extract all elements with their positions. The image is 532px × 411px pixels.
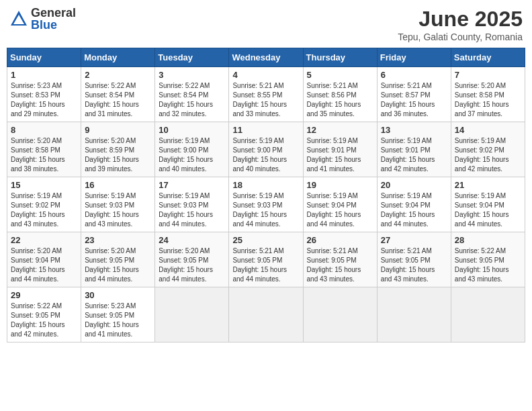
day-cell-21: 21 Sunrise: 5:19 AMSunset: 9:04 PMDaylig… xyxy=(451,177,525,232)
calendar-title: June 2025 xyxy=(398,7,523,32)
empty-cell xyxy=(303,287,377,342)
day-info: Sunrise: 5:20 AMSunset: 8:59 PMDaylight:… xyxy=(85,137,139,173)
day-cell-18: 18 Sunrise: 5:19 AMSunset: 9:03 PMDaylig… xyxy=(229,177,303,232)
week-row-1: 1 Sunrise: 5:23 AMSunset: 8:53 PMDayligh… xyxy=(7,67,525,122)
week-row-4: 22 Sunrise: 5:20 AMSunset: 9:04 PMDaylig… xyxy=(7,232,525,287)
day-number: 28 xyxy=(455,235,521,245)
day-number: 21 xyxy=(455,180,521,190)
day-number: 7 xyxy=(455,70,521,80)
day-number: 23 xyxy=(85,235,151,245)
day-number: 6 xyxy=(381,70,447,80)
day-cell-9: 9 Sunrise: 5:20 AMSunset: 8:59 PMDayligh… xyxy=(81,122,155,177)
day-number: 27 xyxy=(381,235,447,245)
day-info: Sunrise: 5:19 AMSunset: 9:02 PMDaylight:… xyxy=(11,192,65,228)
day-info: Sunrise: 5:21 AMSunset: 9:05 PMDaylight:… xyxy=(232,247,287,283)
calendar-subtitle: Tepu, Galati County, Romania xyxy=(398,32,523,42)
day-cell-27: 27 Sunrise: 5:21 AMSunset: 9:05 PMDaylig… xyxy=(377,232,451,287)
day-number: 26 xyxy=(307,235,373,245)
day-cell-2: 2 Sunrise: 5:22 AMSunset: 8:54 PMDayligh… xyxy=(81,67,155,122)
calendar-table: Sunday Monday Tuesday Wednesday Thursday… xyxy=(7,48,525,342)
day-info: Sunrise: 5:20 AMSunset: 8:58 PMDaylight:… xyxy=(455,82,509,118)
day-cell-26: 26 Sunrise: 5:21 AMSunset: 9:05 PMDaylig… xyxy=(303,232,377,287)
day-info: Sunrise: 5:23 AMSunset: 9:05 PMDaylight:… xyxy=(85,302,139,338)
day-number: 18 xyxy=(232,180,299,190)
header-friday: Friday xyxy=(377,48,451,67)
day-info: Sunrise: 5:19 AMSunset: 9:00 PMDaylight:… xyxy=(232,137,287,173)
logo: General Blue xyxy=(9,7,76,31)
day-cell-15: 15 Sunrise: 5:19 AMSunset: 9:02 PMDaylig… xyxy=(7,177,81,232)
day-info: Sunrise: 5:19 AMSunset: 9:00 PMDaylight:… xyxy=(159,137,213,173)
day-number: 29 xyxy=(11,290,77,300)
day-cell-3: 3 Sunrise: 5:22 AMSunset: 8:54 PMDayligh… xyxy=(155,67,229,122)
day-number: 2 xyxy=(85,70,151,80)
day-info: Sunrise: 5:22 AMSunset: 8:54 PMDaylight:… xyxy=(159,82,213,118)
day-info: Sunrise: 5:19 AMSunset: 9:04 PMDaylight:… xyxy=(381,192,435,228)
day-info: Sunrise: 5:19 AMSunset: 9:01 PMDaylight:… xyxy=(307,137,361,173)
day-info: Sunrise: 5:19 AMSunset: 9:02 PMDaylight:… xyxy=(455,137,509,173)
day-number: 3 xyxy=(159,70,225,80)
day-number: 22 xyxy=(11,235,77,245)
day-cell-1: 1 Sunrise: 5:23 AMSunset: 8:53 PMDayligh… xyxy=(7,67,81,122)
day-info: Sunrise: 5:20 AMSunset: 8:58 PMDaylight:… xyxy=(11,137,65,173)
day-cell-12: 12 Sunrise: 5:19 AMSunset: 9:01 PMDaylig… xyxy=(303,122,377,177)
day-info: Sunrise: 5:22 AMSunset: 9:05 PMDaylight:… xyxy=(455,247,509,283)
week-row-3: 15 Sunrise: 5:19 AMSunset: 9:02 PMDaylig… xyxy=(7,177,525,232)
day-number: 19 xyxy=(307,180,373,190)
day-cell-28: 28 Sunrise: 5:22 AMSunset: 9:05 PMDaylig… xyxy=(451,232,525,287)
day-info: Sunrise: 5:19 AMSunset: 9:01 PMDaylight:… xyxy=(381,137,435,173)
header-wednesday: Wednesday xyxy=(229,48,303,67)
day-info: Sunrise: 5:19 AMSunset: 9:03 PMDaylight:… xyxy=(85,192,139,228)
day-cell-22: 22 Sunrise: 5:20 AMSunset: 9:04 PMDaylig… xyxy=(7,232,81,287)
day-cell-16: 16 Sunrise: 5:19 AMSunset: 9:03 PMDaylig… xyxy=(81,177,155,232)
day-number: 1 xyxy=(11,70,77,80)
day-cell-10: 10 Sunrise: 5:19 AMSunset: 9:00 PMDaylig… xyxy=(155,122,229,177)
day-info: Sunrise: 5:19 AMSunset: 9:04 PMDaylight:… xyxy=(455,192,509,228)
page-header: General Blue June 2025 Tepu, Galati Coun… xyxy=(7,7,525,42)
day-number: 8 xyxy=(11,125,77,135)
day-cell-5: 5 Sunrise: 5:21 AMSunset: 8:56 PMDayligh… xyxy=(303,67,377,122)
day-info: Sunrise: 5:20 AMSunset: 9:04 PMDaylight:… xyxy=(11,247,65,283)
day-info: Sunrise: 5:19 AMSunset: 9:03 PMDaylight:… xyxy=(159,192,213,228)
day-info: Sunrise: 5:22 AMSunset: 8:54 PMDaylight:… xyxy=(85,82,139,118)
day-info: Sunrise: 5:21 AMSunset: 9:05 PMDaylight:… xyxy=(381,247,435,283)
day-cell-17: 17 Sunrise: 5:19 AMSunset: 9:03 PMDaylig… xyxy=(155,177,229,232)
day-cell-8: 8 Sunrise: 5:20 AMSunset: 8:58 PMDayligh… xyxy=(7,122,81,177)
day-cell-14: 14 Sunrise: 5:19 AMSunset: 9:02 PMDaylig… xyxy=(451,122,525,177)
empty-cell xyxy=(229,287,303,342)
day-number: 9 xyxy=(85,125,151,135)
logo-blue-text: Blue xyxy=(31,19,76,31)
day-cell-4: 4 Sunrise: 5:21 AMSunset: 8:55 PMDayligh… xyxy=(229,67,303,122)
logo-general-text: General xyxy=(31,7,76,19)
day-number: 11 xyxy=(232,125,299,135)
day-number: 10 xyxy=(159,125,225,135)
logo-text: General Blue xyxy=(31,7,76,31)
day-number: 17 xyxy=(159,180,225,190)
day-cell-19: 19 Sunrise: 5:19 AMSunset: 9:04 PMDaylig… xyxy=(303,177,377,232)
header-saturday: Saturday xyxy=(451,48,525,67)
day-info: Sunrise: 5:21 AMSunset: 8:57 PMDaylight:… xyxy=(381,82,435,118)
week-row-5: 29 Sunrise: 5:22 AMSunset: 9:05 PMDaylig… xyxy=(7,287,525,342)
header-sunday: Sunday xyxy=(7,48,81,67)
day-info: Sunrise: 5:21 AMSunset: 8:56 PMDaylight:… xyxy=(307,82,361,118)
day-cell-6: 6 Sunrise: 5:21 AMSunset: 8:57 PMDayligh… xyxy=(377,67,451,122)
day-number: 20 xyxy=(381,180,447,190)
day-number: 4 xyxy=(232,70,299,80)
day-number: 30 xyxy=(85,290,151,300)
header-thursday: Thursday xyxy=(303,48,377,67)
day-cell-30: 30 Sunrise: 5:23 AMSunset: 9:05 PMDaylig… xyxy=(81,287,155,342)
day-cell-29: 29 Sunrise: 5:22 AMSunset: 9:05 PMDaylig… xyxy=(7,287,81,342)
title-section: June 2025 Tepu, Galati County, Romania xyxy=(398,7,523,42)
day-info: Sunrise: 5:23 AMSunset: 8:53 PMDaylight:… xyxy=(11,82,65,118)
header-tuesday: Tuesday xyxy=(155,48,229,67)
logo-icon xyxy=(9,9,28,28)
day-info: Sunrise: 5:21 AMSunset: 8:55 PMDaylight:… xyxy=(232,82,287,118)
day-number: 25 xyxy=(232,235,299,245)
day-number: 14 xyxy=(455,125,521,135)
day-info: Sunrise: 5:20 AMSunset: 9:05 PMDaylight:… xyxy=(159,247,213,283)
day-info: Sunrise: 5:20 AMSunset: 9:05 PMDaylight:… xyxy=(85,247,139,283)
day-info: Sunrise: 5:19 AMSunset: 9:03 PMDaylight:… xyxy=(232,192,287,228)
day-info: Sunrise: 5:22 AMSunset: 9:05 PMDaylight:… xyxy=(11,302,65,338)
day-cell-11: 11 Sunrise: 5:19 AMSunset: 9:00 PMDaylig… xyxy=(229,122,303,177)
day-cell-24: 24 Sunrise: 5:20 AMSunset: 9:05 PMDaylig… xyxy=(155,232,229,287)
day-cell-20: 20 Sunrise: 5:19 AMSunset: 9:04 PMDaylig… xyxy=(377,177,451,232)
